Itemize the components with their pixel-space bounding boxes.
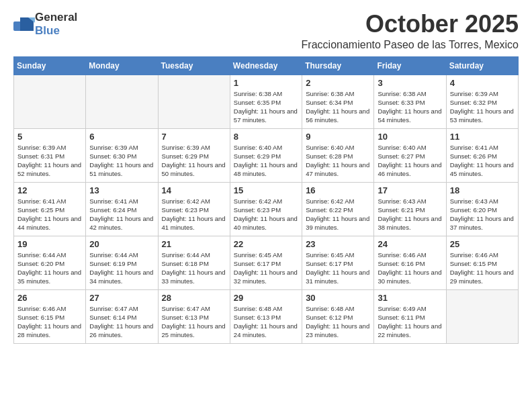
calendar-week-row: 5Sunrise: 6:39 AM Sunset: 6:31 PM Daylig… — [14, 128, 519, 182]
calendar-cell: 6Sunrise: 6:39 AM Sunset: 6:30 PM Daylig… — [86, 128, 158, 182]
day-info: Sunrise: 6:47 AM Sunset: 6:14 PM Dayligh… — [89, 304, 154, 340]
day-info: Sunrise: 6:40 AM Sunset: 6:27 PM Dayligh… — [378, 143, 442, 179]
day-info: Sunrise: 6:38 AM Sunset: 6:33 PM Dayligh… — [378, 89, 442, 125]
calendar-cell: 10Sunrise: 6:40 AM Sunset: 6:27 PM Dayli… — [374, 128, 446, 182]
day-number: 3 — [378, 78, 442, 88]
day-number: 17 — [378, 185, 442, 195]
day-info: Sunrise: 6:40 AM Sunset: 6:29 PM Dayligh… — [234, 143, 298, 179]
day-number: 23 — [306, 239, 370, 249]
day-number: 28 — [162, 293, 226, 303]
day-number: 10 — [378, 132, 442, 142]
weekday-header-sunday: Sunday — [14, 56, 86, 75]
calendar-cell: 18Sunrise: 6:43 AM Sunset: 6:20 PM Dayli… — [446, 182, 518, 236]
calendar-cell: 26Sunrise: 6:46 AM Sunset: 6:15 PM Dayli… — [14, 289, 86, 343]
calendar-cell: 27Sunrise: 6:47 AM Sunset: 6:14 PM Dayli… — [86, 289, 158, 343]
calendar-cell: 13Sunrise: 6:41 AM Sunset: 6:24 PM Dayli… — [86, 182, 158, 236]
day-info: Sunrise: 6:39 AM Sunset: 6:31 PM Dayligh… — [17, 143, 82, 179]
calendar-cell: 30Sunrise: 6:48 AM Sunset: 6:12 PM Dayli… — [302, 289, 374, 343]
day-number: 27 — [89, 293, 154, 303]
day-info: Sunrise: 6:42 AM Sunset: 6:23 PM Dayligh… — [234, 197, 298, 232]
weekday-header-saturday: Saturday — [446, 56, 518, 75]
calendar-cell: 3Sunrise: 6:38 AM Sunset: 6:33 PM Daylig… — [374, 75, 446, 128]
day-info: Sunrise: 6:39 AM Sunset: 6:29 PM Dayligh… — [162, 143, 226, 179]
calendar-cell: 21Sunrise: 6:44 AM Sunset: 6:18 PM Dayli… — [158, 236, 230, 289]
calendar-cell: 31Sunrise: 6:49 AM Sunset: 6:11 PM Dayli… — [374, 289, 446, 343]
day-number: 30 — [306, 293, 370, 303]
weekday-header-thursday: Thursday — [302, 56, 374, 75]
day-number: 2 — [306, 78, 370, 88]
day-info: Sunrise: 6:39 AM Sunset: 6:32 PM Dayligh… — [450, 89, 515, 125]
day-number: 20 — [89, 239, 154, 249]
day-info: Sunrise: 6:48 AM Sunset: 6:12 PM Dayligh… — [306, 304, 370, 340]
logo-general: General — [35, 11, 77, 24]
calendar-cell — [446, 289, 518, 343]
calendar-cell: 8Sunrise: 6:40 AM Sunset: 6:29 PM Daylig… — [230, 128, 302, 182]
day-number: 24 — [378, 239, 442, 249]
day-info: Sunrise: 6:42 AM Sunset: 6:23 PM Dayligh… — [162, 197, 226, 232]
calendar-cell: 1Sunrise: 6:38 AM Sunset: 6:35 PM Daylig… — [230, 75, 302, 128]
day-info: Sunrise: 6:49 AM Sunset: 6:11 PM Dayligh… — [378, 304, 442, 340]
logo: General Blue — [13, 11, 77, 38]
day-number: 25 — [450, 239, 515, 249]
day-number: 4 — [450, 78, 515, 88]
day-number: 26 — [17, 293, 82, 303]
day-info: Sunrise: 6:38 AM Sunset: 6:34 PM Dayligh… — [306, 89, 370, 125]
calendar-cell: 25Sunrise: 6:46 AM Sunset: 6:15 PM Dayli… — [446, 236, 518, 289]
calendar-cell: 9Sunrise: 6:40 AM Sunset: 6:28 PM Daylig… — [302, 128, 374, 182]
calendar-cell: 20Sunrise: 6:44 AM Sunset: 6:19 PM Dayli… — [86, 236, 158, 289]
day-info: Sunrise: 6:42 AM Sunset: 6:22 PM Dayligh… — [306, 197, 370, 232]
calendar-cell: 15Sunrise: 6:42 AM Sunset: 6:23 PM Dayli… — [230, 182, 302, 236]
calendar-table: SundayMondayTuesdayWednesdayThursdayFrid… — [13, 56, 519, 344]
location-title: Fraccionamiento Paseo de las Torres, Mex… — [302, 39, 519, 51]
day-info: Sunrise: 6:41 AM Sunset: 6:25 PM Dayligh… — [17, 197, 82, 232]
day-number: 8 — [234, 132, 298, 142]
calendar-cell: 5Sunrise: 6:39 AM Sunset: 6:31 PM Daylig… — [14, 128, 86, 182]
calendar-week-row: 12Sunrise: 6:41 AM Sunset: 6:25 PM Dayli… — [14, 182, 519, 236]
page-header: General Blue October 2025 Fraccionamient… — [13, 11, 519, 51]
day-info: Sunrise: 6:38 AM Sunset: 6:35 PM Dayligh… — [234, 89, 298, 125]
day-info: Sunrise: 6:44 AM Sunset: 6:20 PM Dayligh… — [17, 250, 82, 286]
day-info: Sunrise: 6:41 AM Sunset: 6:24 PM Dayligh… — [89, 197, 154, 232]
calendar-cell: 12Sunrise: 6:41 AM Sunset: 6:25 PM Dayli… — [14, 182, 86, 236]
day-info: Sunrise: 6:46 AM Sunset: 6:16 PM Dayligh… — [378, 250, 442, 286]
weekday-header-monday: Monday — [86, 56, 158, 75]
day-info: Sunrise: 6:47 AM Sunset: 6:13 PM Dayligh… — [162, 304, 226, 340]
day-info: Sunrise: 6:46 AM Sunset: 6:15 PM Dayligh… — [450, 250, 515, 286]
day-number: 15 — [234, 185, 298, 195]
day-number: 22 — [234, 239, 298, 249]
day-info: Sunrise: 6:40 AM Sunset: 6:28 PM Dayligh… — [306, 143, 370, 179]
day-number: 29 — [234, 293, 298, 303]
day-number: 13 — [89, 185, 154, 195]
month-title: October 2025 — [302, 11, 519, 38]
day-number: 14 — [162, 185, 226, 195]
calendar-cell — [158, 75, 230, 128]
day-number: 12 — [17, 185, 82, 195]
calendar-cell: 17Sunrise: 6:43 AM Sunset: 6:21 PM Dayli… — [374, 182, 446, 236]
calendar-cell: 22Sunrise: 6:45 AM Sunset: 6:17 PM Dayli… — [230, 236, 302, 289]
day-number: 6 — [89, 132, 154, 142]
day-number: 1 — [234, 78, 298, 88]
day-number: 16 — [306, 185, 370, 195]
calendar-cell — [86, 75, 158, 128]
day-info: Sunrise: 6:44 AM Sunset: 6:18 PM Dayligh… — [162, 250, 226, 286]
calendar-week-row: 19Sunrise: 6:44 AM Sunset: 6:20 PM Dayli… — [14, 236, 519, 289]
day-info: Sunrise: 6:46 AM Sunset: 6:15 PM Dayligh… — [17, 304, 82, 340]
day-info: Sunrise: 6:45 AM Sunset: 6:17 PM Dayligh… — [234, 250, 298, 286]
day-number: 19 — [17, 239, 82, 249]
logo-icon — [13, 17, 32, 31]
calendar-cell: 16Sunrise: 6:42 AM Sunset: 6:22 PM Dayli… — [302, 182, 374, 236]
logo-text: General Blue — [35, 11, 77, 38]
calendar-cell: 28Sunrise: 6:47 AM Sunset: 6:13 PM Dayli… — [158, 289, 230, 343]
day-info: Sunrise: 6:39 AM Sunset: 6:30 PM Dayligh… — [89, 143, 154, 179]
day-info: Sunrise: 6:44 AM Sunset: 6:19 PM Dayligh… — [89, 250, 154, 286]
title-area: October 2025 Fraccionamiento Paseo de la… — [302, 11, 519, 51]
day-info: Sunrise: 6:48 AM Sunset: 6:13 PM Dayligh… — [234, 304, 298, 340]
day-info: Sunrise: 6:41 AM Sunset: 6:26 PM Dayligh… — [450, 143, 515, 179]
calendar-cell — [14, 75, 86, 128]
calendar-cell: 7Sunrise: 6:39 AM Sunset: 6:29 PM Daylig… — [158, 128, 230, 182]
calendar-cell: 14Sunrise: 6:42 AM Sunset: 6:23 PM Dayli… — [158, 182, 230, 236]
day-number: 11 — [450, 132, 515, 142]
calendar-week-row: 26Sunrise: 6:46 AM Sunset: 6:15 PM Dayli… — [14, 289, 519, 343]
day-number: 7 — [162, 132, 226, 142]
day-number: 5 — [17, 132, 82, 142]
